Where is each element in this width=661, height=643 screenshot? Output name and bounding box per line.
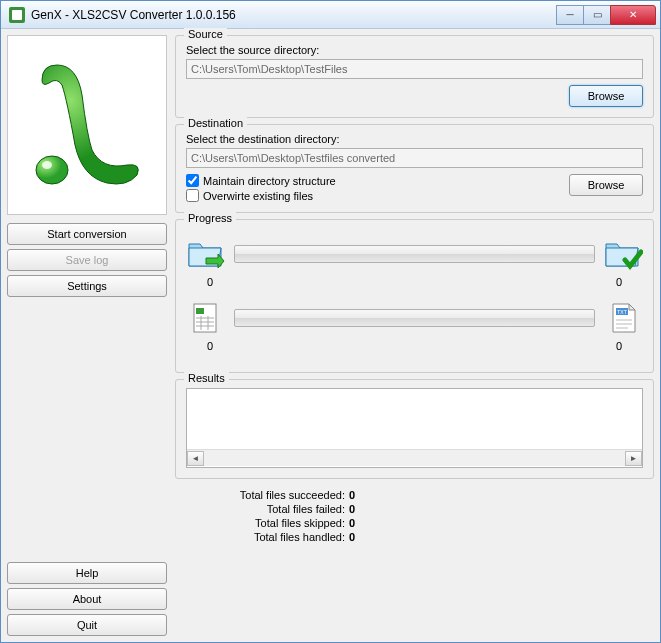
results-group: Results ◄ ► bbox=[175, 379, 654, 479]
overwrite-input[interactable] bbox=[186, 189, 199, 202]
txt-count: 0 bbox=[595, 340, 643, 352]
left-column: Start conversion Save log Settings Help … bbox=[7, 35, 167, 636]
app-window: GenX - XLS2CSV Converter 1.0.0.156 ─ ▭ ✕ bbox=[0, 0, 661, 643]
progress-bar-files bbox=[234, 309, 595, 327]
txt-file-icon: TXT bbox=[603, 298, 643, 338]
xls-count: 0 bbox=[186, 340, 234, 352]
folder-in-count: 0 bbox=[186, 276, 234, 288]
progress-group-title: Progress bbox=[184, 212, 236, 224]
left-buttons-bottom: Help About Quit bbox=[7, 562, 167, 636]
results-scrollbar[interactable]: ◄ ► bbox=[187, 449, 642, 466]
total-failed-label: Total files failed: bbox=[215, 503, 345, 515]
total-handled-label: Total files handled: bbox=[215, 531, 345, 543]
svg-point-2 bbox=[36, 156, 68, 184]
svg-rect-1 bbox=[12, 10, 22, 20]
results-group-title: Results bbox=[184, 372, 229, 384]
total-skipped-label: Total files skipped: bbox=[215, 517, 345, 529]
destination-group: Destination Select the destination direc… bbox=[175, 124, 654, 213]
svg-point-3 bbox=[42, 161, 52, 169]
excel-icon bbox=[27, 55, 147, 195]
folder-in-icon bbox=[186, 234, 226, 274]
close-button[interactable]: ✕ bbox=[610, 5, 656, 25]
destination-browse-button[interactable]: Browse bbox=[569, 174, 643, 196]
folder-out-count: 0 bbox=[595, 276, 643, 288]
help-button[interactable]: Help bbox=[7, 562, 167, 584]
right-column: Source Select the source directory: Brow… bbox=[175, 35, 654, 636]
content-area: Start conversion Save log Settings Help … bbox=[1, 29, 660, 642]
maintain-structure-label: Maintain directory structure bbox=[203, 175, 336, 187]
scroll-right-icon[interactable]: ► bbox=[625, 451, 642, 466]
svg-text:TXT: TXT bbox=[617, 309, 626, 315]
save-log-button[interactable]: Save log bbox=[7, 249, 167, 271]
start-conversion-button[interactable]: Start conversion bbox=[7, 223, 167, 245]
total-handled-value: 0 bbox=[349, 531, 355, 543]
quit-button[interactable]: Quit bbox=[7, 614, 167, 636]
logo-box bbox=[7, 35, 167, 215]
source-browse-button[interactable]: Browse bbox=[569, 85, 643, 107]
app-icon bbox=[9, 7, 25, 23]
maintain-structure-checkbox[interactable]: Maintain directory structure bbox=[186, 174, 559, 187]
overwrite-label: Overwirte existing files bbox=[203, 190, 313, 202]
source-label: Select the source directory: bbox=[186, 44, 643, 56]
about-button[interactable]: About bbox=[7, 588, 167, 610]
destination-label: Select the destination directory: bbox=[186, 133, 643, 145]
source-path-input[interactable] bbox=[186, 59, 643, 79]
titlebar[interactable]: GenX - XLS2CSV Converter 1.0.0.156 ─ ▭ ✕ bbox=[1, 1, 660, 29]
maximize-button[interactable]: ▭ bbox=[583, 5, 611, 25]
destination-path-input[interactable] bbox=[186, 148, 643, 168]
xls-file-icon bbox=[186, 298, 226, 338]
left-buttons-top: Start conversion Save log Settings bbox=[7, 223, 167, 297]
folder-done-icon bbox=[603, 234, 643, 274]
total-succeeded-value: 0 bbox=[349, 489, 355, 501]
source-group: Source Select the source directory: Brow… bbox=[175, 35, 654, 118]
minimize-button[interactable]: ─ bbox=[556, 5, 584, 25]
settings-button[interactable]: Settings bbox=[7, 275, 167, 297]
progress-group: Progress 0 bbox=[175, 219, 654, 373]
overwrite-checkbox[interactable]: Overwirte existing files bbox=[186, 189, 559, 202]
progress-bar-folders bbox=[234, 245, 595, 263]
total-failed-value: 0 bbox=[349, 503, 355, 515]
source-group-title: Source bbox=[184, 28, 227, 40]
total-succeeded-label: Total files succeeded: bbox=[215, 489, 345, 501]
destination-group-title: Destination bbox=[184, 117, 247, 129]
totals-area: Total files succeeded:0 Total files fail… bbox=[175, 485, 654, 543]
results-list[interactable]: ◄ ► bbox=[186, 388, 643, 468]
scroll-left-icon[interactable]: ◄ bbox=[187, 451, 204, 466]
window-title: GenX - XLS2CSV Converter 1.0.0.156 bbox=[31, 8, 557, 22]
total-skipped-value: 0 bbox=[349, 517, 355, 529]
svg-rect-5 bbox=[196, 308, 204, 314]
maintain-structure-input[interactable] bbox=[186, 174, 199, 187]
window-controls: ─ ▭ ✕ bbox=[557, 5, 656, 25]
